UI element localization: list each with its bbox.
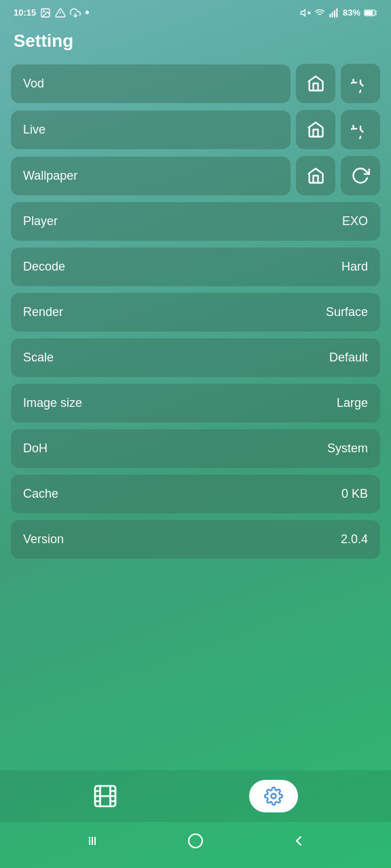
scale-value: Default (329, 351, 368, 365)
settings-gear-icon (264, 787, 283, 806)
svg-rect-14 (365, 10, 373, 15)
bottom-app-bar (0, 770, 391, 822)
dot-indicator: • (85, 5, 89, 20)
home-circle-icon (187, 833, 204, 849)
setting-item-version[interactable]: Version 2.0.4 (11, 520, 380, 559)
setting-row-vod: Vod (11, 64, 380, 103)
setting-item-image-size[interactable]: Image size Large (11, 384, 380, 422)
history-icon (351, 74, 370, 93)
battery-icon (364, 8, 377, 18)
doh-label: DoH (23, 441, 48, 456)
wallpaper-home-button[interactable] (296, 156, 335, 195)
download-icon (70, 7, 81, 18)
setting-item-vod[interactable]: Vod (11, 64, 291, 103)
cache-value: 0 KB (341, 487, 368, 501)
page-title: Setting (0, 22, 391, 64)
film-nav-button[interactable] (93, 784, 117, 808)
status-right: 83% (300, 7, 377, 18)
image-size-label: Image size (23, 396, 82, 410)
vod-label: Vod (23, 77, 44, 91)
svg-rect-12 (336, 8, 337, 17)
setting-item-cache[interactable]: Cache 0 KB (11, 475, 380, 513)
home-icon (306, 166, 325, 185)
setting-item-decode[interactable]: Decode Hard (11, 248, 380, 286)
refresh-icon (351, 166, 370, 185)
render-value: Surface (326, 305, 368, 319)
settings-fab-button[interactable] (249, 780, 298, 812)
player-label: Player (23, 214, 58, 229)
vod-home-button[interactable] (296, 64, 335, 103)
home-icon (306, 120, 325, 139)
film-icon (93, 784, 117, 808)
live-history-button[interactable] (341, 110, 380, 149)
decode-label: Decode (23, 260, 65, 274)
status-left: 10:15 • (14, 5, 90, 20)
image-size-value: Large (337, 396, 368, 410)
mute-icon (300, 7, 311, 18)
setting-row-wallpaper: Wallpaper (11, 156, 380, 195)
doh-value: System (327, 441, 368, 456)
setting-item-render[interactable]: Render Surface (11, 293, 380, 332)
live-label: Live (23, 123, 45, 137)
home-icon (306, 74, 325, 93)
home-system-button[interactable] (183, 829, 208, 856)
svg-marker-5 (301, 9, 305, 16)
svg-point-25 (272, 794, 276, 799)
scale-label: Scale (23, 351, 54, 365)
recent-apps-icon (84, 833, 100, 849)
live-home-button[interactable] (296, 110, 335, 149)
version-label: Version (23, 532, 64, 547)
setting-item-doh[interactable]: DoH System (11, 429, 380, 468)
player-value: EXO (342, 214, 368, 229)
svg-point-29 (189, 834, 202, 848)
status-time: 10:15 (14, 7, 36, 18)
setting-item-live[interactable]: Live (11, 111, 291, 149)
svg-rect-10 (332, 12, 333, 17)
svg-rect-9 (329, 14, 331, 17)
signal-icon (329, 7, 339, 18)
render-label: Render (23, 305, 63, 319)
wallpaper-refresh-button[interactable] (341, 156, 380, 195)
wifi-icon (314, 7, 325, 18)
decode-value: Hard (341, 260, 368, 274)
setting-item-scale[interactable]: Scale Default (11, 338, 380, 377)
svg-point-1 (43, 10, 45, 12)
settings-list: Vod Live Wallpaper Player (0, 64, 391, 559)
warning-icon (55, 7, 66, 18)
setting-item-wallpaper[interactable]: Wallpaper (11, 157, 291, 195)
version-value: 2.0.4 (341, 532, 368, 547)
battery-text: 83% (343, 7, 360, 18)
recent-apps-button[interactable] (80, 829, 105, 856)
status-bar: 10:15 • 83% (0, 0, 391, 22)
setting-row-live: Live (11, 110, 380, 149)
wallpaper-label: Wallpaper (23, 169, 77, 183)
back-button[interactable] (286, 829, 311, 856)
system-nav (0, 822, 391, 868)
history-icon (351, 120, 370, 139)
back-icon (291, 833, 307, 849)
cache-label: Cache (23, 487, 58, 501)
svg-rect-11 (334, 10, 335, 18)
gallery-icon (40, 7, 51, 18)
setting-item-player[interactable]: Player EXO (11, 202, 380, 241)
vod-history-button[interactable] (341, 64, 380, 103)
bottom-section (0, 770, 391, 868)
